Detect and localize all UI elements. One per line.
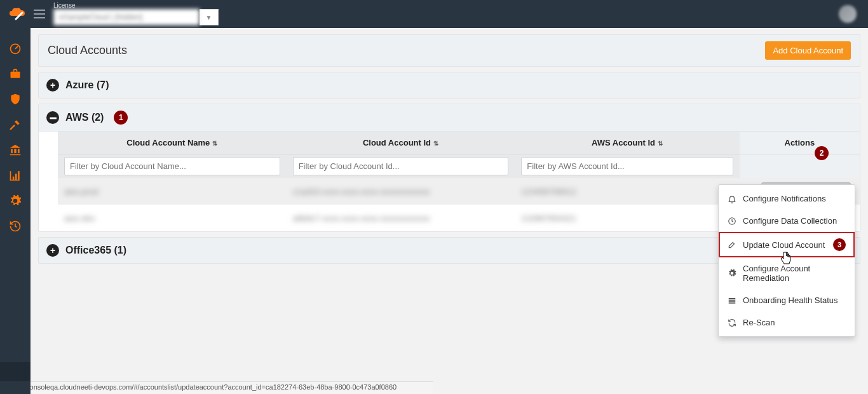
- sidebar-briefcase-icon[interactable]: [0, 61, 31, 86]
- dd-update-cloud-account[interactable]: Update Cloud Account 3: [719, 232, 855, 257]
- dd-label: Onboarding Health Status: [743, 296, 838, 305]
- annotation-badge-3: 3: [833, 238, 846, 251]
- group-azure-label: Azure (7): [65, 79, 109, 91]
- cell-aws-id: 210987654321: [521, 214, 576, 223]
- sidebar-dashboard-icon[interactable]: [0, 36, 31, 61]
- sidebar-shield-icon[interactable]: [0, 86, 31, 112]
- dd-label: Re-Scan: [743, 318, 775, 327]
- sidebar-chart-icon[interactable]: [0, 163, 31, 188]
- sidebar-settings-icon[interactable]: [0, 188, 31, 214]
- sidebar: [0, 28, 31, 394]
- svg-rect-4: [729, 300, 736, 301]
- svg-rect-1: [11, 72, 20, 78]
- plus-icon: +: [46, 79, 59, 92]
- cell-name: aws-prod: [64, 187, 98, 196]
- page-title: Cloud Accounts: [48, 44, 127, 57]
- dd-label: Update Cloud Account: [743, 240, 825, 250]
- sidebar-history-icon[interactable]: [0, 214, 31, 239]
- group-office365-label: Office365 (1): [65, 245, 126, 256]
- sort-icon: ⇅: [212, 140, 217, 147]
- topbar: License eXampleCloud | [hidden] ▼: [0, 0, 868, 28]
- avatar[interactable]: [839, 5, 857, 23]
- dd-rescan[interactable]: Re-Scan: [719, 311, 855, 334]
- sidebar-footer: [0, 362, 31, 381]
- col-header-cloud-id[interactable]: Cloud Account Id⇅: [287, 132, 515, 154]
- col-header-actions: Actions: [740, 132, 860, 154]
- sort-icon: ⇅: [658, 140, 663, 147]
- col-header-name[interactable]: Cloud Account Name⇅: [58, 132, 287, 154]
- dd-onboarding-health[interactable]: Onboarding Health Status: [719, 289, 855, 311]
- cell-name: aws-dev: [64, 214, 95, 223]
- annotation-badge-1: 1: [114, 111, 128, 125]
- license-value: eXampleCloud | [hidden]: [53, 9, 200, 25]
- filter-name-input[interactable]: [64, 157, 280, 175]
- group-azure[interactable]: + Azure (7): [38, 72, 860, 98]
- svg-rect-3: [729, 297, 736, 299]
- dd-configure-remediation[interactable]: Configure Account Remediation: [719, 257, 855, 289]
- plus-icon: +: [46, 244, 59, 257]
- cell-cloud-id: a9b8c7-xxxx-xxxx-xxxx-xxxxxxxxxxxx: [293, 214, 430, 223]
- dd-configure-data-collection[interactable]: Configure Data Collection: [719, 210, 855, 232]
- brand-logo: [4, 7, 31, 21]
- group-aws-label: AWS (2): [65, 112, 104, 123]
- configure-account-dropdown: Configure Notifications Configure Data C…: [718, 184, 855, 337]
- annotation-badge-2: 2: [815, 146, 829, 160]
- filter-aws-id-input[interactable]: [521, 157, 733, 175]
- sidebar-gavel-icon[interactable]: [0, 112, 31, 137]
- sidebar-bank-icon[interactable]: [0, 137, 31, 163]
- chevron-down-icon[interactable]: ▼: [200, 9, 219, 25]
- minus-icon: ‒: [46, 111, 59, 124]
- sort-icon: ⇅: [433, 140, 438, 147]
- dd-label: Configure Data Collection: [743, 216, 837, 226]
- cell-cloud-id: c1a2b3-xxxx-xxxx-xxxx-xxxxxxxxxxxx: [293, 187, 430, 196]
- license-label: License: [53, 3, 219, 9]
- statusbar: https://consoleqa.cloudneeti-devops.com/…: [0, 381, 433, 394]
- dd-label: Configure Notifications: [743, 194, 826, 203]
- page-header: Cloud Accounts Add Cloud Account: [38, 34, 860, 67]
- svg-rect-5: [729, 302, 736, 303]
- filter-cloud-id-input[interactable]: [293, 157, 509, 175]
- menu-toggle-icon[interactable]: [31, 5, 48, 23]
- svg-point-0: [11, 44, 20, 53]
- dd-configure-notifications[interactable]: Configure Notifications: [719, 187, 855, 210]
- col-header-aws-id[interactable]: AWS Account Id⇅: [515, 132, 739, 154]
- cell-aws-id: 123456789012: [521, 187, 576, 196]
- license-selector[interactable]: License eXampleCloud | [hidden] ▼: [53, 3, 219, 25]
- group-aws-header[interactable]: ‒ AWS (2) 1: [39, 104, 860, 132]
- add-cloud-account-button[interactable]: Add Cloud Account: [765, 41, 851, 60]
- dd-label: Configure Account Remediation: [743, 264, 846, 283]
